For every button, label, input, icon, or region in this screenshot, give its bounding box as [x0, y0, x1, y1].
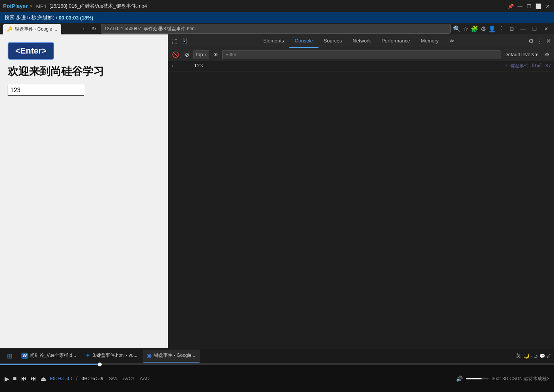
profile-icon[interactable]: 👤 [488, 25, 496, 33]
console-toolbar: 🚫 ⊘ top ▾ 👁 Default levels ▾ ⚙ [168, 48, 554, 61]
close-button[interactable]: ✕ [544, 3, 551, 10]
taskbar-right: 英 🌙 · 🗂 💬 🖊 [516, 353, 551, 359]
page-heading: 欢迎来到尚硅谷学习 [8, 64, 160, 79]
back-button[interactable]: ← [67, 24, 76, 33]
address-input[interactable] [101, 24, 451, 34]
context-value: top [196, 52, 203, 57]
word-icon: W [21, 353, 28, 359]
clear-console-button[interactable]: 🚫 [171, 50, 180, 60]
tab-label: 键盘事件 - Google ... [15, 26, 57, 33]
codec-sw: S/W [109, 376, 118, 381]
address-area: ← → ↻ 🔍 ☆ 🧩 ⚙ 👤 ⋮ [64, 24, 507, 34]
app-logo[interactable]: PotPlayer ▼ [3, 3, 33, 9]
stop-button[interactable]: ⊘ [182, 50, 192, 60]
tab-elements[interactable]: Elements [258, 34, 289, 48]
devtools-tab-bar: ⬚ 📱 Elements Console Sources Network Per… [168, 34, 554, 48]
stop-button[interactable]: ■ [13, 375, 17, 382]
tab-bar: 🔑 键盘事件 - Google ... [0, 23, 64, 34]
devtools-minimize-icon[interactable]: — [518, 24, 528, 34]
volume-fill [466, 378, 482, 379]
prev-button[interactable]: ⏮ [21, 375, 27, 382]
taskbar-item-word[interactable]: W 尚硅谷_Vue全家桶.d... [18, 350, 80, 363]
forward-button[interactable]: → [78, 24, 87, 33]
default-levels-button[interactable]: Default levels ▾ [502, 50, 540, 59]
devtools-options-button[interactable]: ⋮ [537, 37, 543, 45]
volume-track[interactable] [466, 378, 489, 379]
player-bar: ▶ ■ ⏮ ⏭ ⏏ 00:03:03 / 00:16:39 S/W AVC1 A… [0, 363, 554, 392]
next-button[interactable]: ⏭ [31, 375, 37, 382]
volume-icon[interactable]: 🔊 [456, 376, 463, 382]
tab-console[interactable]: Console [289, 34, 318, 48]
devtools-close-icon[interactable]: ✕ [541, 24, 551, 34]
player-right-controls: 🔊 360° 3D CSDN @待木成桂2 [456, 376, 549, 382]
devtools-top-icons: ⚙ ⋮ ✕ [528, 37, 552, 45]
current-time: 00:03:03 [50, 376, 72, 381]
browser-search-overlay: 搜索 步进 5 秒(关键帧) / 00:03:03 (18%) [0, 12, 554, 23]
page-content: <Enter> 欢迎来到尚硅谷学习 [0, 34, 168, 348]
more-icon[interactable]: ⋮ [498, 25, 504, 33]
context-selector[interactable]: top ▾ [193, 50, 209, 59]
pin-button[interactable]: 📌 [507, 3, 514, 10]
filter-eye-button[interactable]: 👁 [211, 50, 221, 60]
expand-arrow[interactable]: › [171, 63, 174, 68]
browser-action-icons: 🔍 ☆ 🧩 ⚙ 👤 ⋮ [453, 25, 504, 33]
progress-track[interactable] [0, 364, 554, 365]
play-button[interactable]: ▶ [5, 375, 9, 382]
device-toolbar-button[interactable]: 📱 [180, 36, 190, 46]
progress-fill [0, 364, 100, 365]
settings-icon[interactable]: ⚙ [481, 25, 486, 33]
system-icons: 🌙 · 🗂 💬 🖊 [524, 353, 551, 359]
tab-performance[interactable]: Performance [376, 34, 415, 48]
devtools-left-icons: ⬚ 📱 [170, 34, 190, 48]
vscode-label: 3.键盘事件.html - vu... [93, 352, 137, 359]
refresh-button[interactable]: ↻ [89, 24, 99, 33]
console-output: › 123 3.键盘事件.html:87 [168, 61, 554, 348]
chrome-label: 键盘事件 - Google ... [154, 352, 197, 359]
tab-network[interactable]: Network [347, 34, 376, 48]
taskbar-item-vscode[interactable]: ✦ 3.键盘事件.html - vu... [81, 350, 141, 363]
zoom-icon: 🔍 [453, 25, 461, 33]
extensions-icon[interactable]: 🧩 [471, 25, 478, 33]
inspect-element-button[interactable]: ⬚ [170, 36, 180, 46]
active-tab[interactable]: 🔑 键盘事件 - Google ... [3, 24, 61, 34]
start-button[interactable]: ⊞ [3, 350, 16, 363]
vscode-icon: ✦ [85, 352, 90, 359]
main-content: <Enter> 欢迎来到尚硅谷学习 ⬚ 📱 Elements Console S… [0, 34, 554, 348]
filter-input[interactable] [222, 50, 500, 59]
default-levels-chevron: ▾ [535, 52, 538, 57]
app-menu-chevron[interactable]: ▼ [29, 4, 33, 8]
keyboard-input[interactable] [8, 85, 84, 96]
codec-aac: AAC [140, 376, 149, 381]
tab-sources[interactable]: Sources [318, 34, 348, 48]
window-controls: 📌 — ❐ ⬜ ✕ [507, 3, 551, 10]
devtools-close-button[interactable]: ✕ [546, 37, 551, 45]
devtools-panel: ⬚ 📱 Elements Console Sources Network Per… [168, 34, 554, 348]
progress-dot [98, 363, 102, 366]
devtools-tabs: Elements Console Sources Network Perform… [258, 34, 460, 48]
enter-key-display: <Enter> [8, 42, 54, 60]
player-controls: ▶ ■ ⏮ ⏭ ⏏ 00:03:03 / 00:16:39 S/W AVC1 A… [0, 365, 554, 392]
codec-avc: AVC1 [123, 376, 134, 381]
console-log-line: › 123 3.键盘事件.html:87 [168, 61, 554, 72]
console-settings-button[interactable]: ⚙ [542, 50, 552, 60]
console-value: 123 [194, 63, 505, 68]
search-time: 00:03:03 (18%) [59, 15, 93, 21]
context-chevron: ▾ [205, 52, 206, 57]
bookmark-icon[interactable]: ☆ [463, 25, 468, 33]
minimize-button[interactable]: — [517, 3, 523, 10]
tab-memory[interactable]: Memory [415, 34, 444, 48]
console-source[interactable]: 3.键盘事件.html:87 [505, 63, 551, 69]
devtools-undock-icon[interactable]: ❐ [530, 24, 539, 34]
total-time: 00:16:39 [81, 376, 104, 381]
eject-button[interactable]: ⏏ [41, 375, 46, 382]
word-label: 尚硅谷_Vue全家桶.d... [30, 352, 76, 359]
app-name: PotPlayer [3, 3, 28, 9]
chrome-icon: ◉ [146, 352, 152, 359]
devtools-settings-button[interactable]: ⚙ [528, 37, 534, 45]
media-format: MP4 [36, 3, 47, 9]
restore-button[interactable]: ❐ [526, 3, 533, 10]
devtools-dock-icon[interactable]: ⊟ [507, 24, 517, 34]
tab-more[interactable]: ≫ [444, 34, 460, 48]
maximize-button[interactable]: ⬜ [535, 3, 542, 10]
taskbar-item-chrome[interactable]: ◉ 键盘事件 - Google ... [143, 350, 200, 363]
